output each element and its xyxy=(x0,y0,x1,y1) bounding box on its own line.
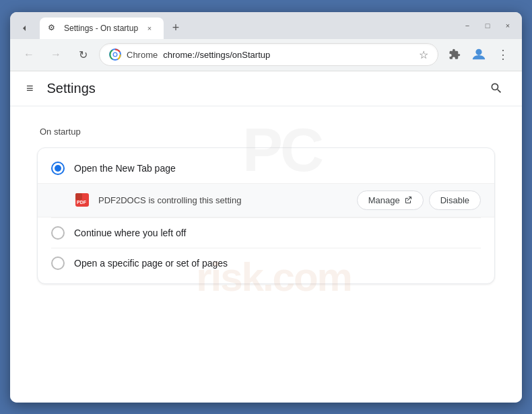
chrome-label: Chrome xyxy=(127,50,158,60)
radio-new-tab-inner xyxy=(55,165,61,172)
content-area: ≡ Settings PC risk.com On startup Open t… xyxy=(10,71,522,403)
back-button[interactable]: ← xyxy=(18,44,40,65)
svg-point-2 xyxy=(475,49,481,55)
browser-window: ⚙ Settings - On startup × + − □ × ← → ↻ xyxy=(10,12,522,403)
settings-header: ≡ Settings xyxy=(10,71,522,106)
title-bar: ⚙ Settings - On startup × + − □ × xyxy=(10,12,522,39)
nav-bar: ← → ↻ Chrome chrome://settings/onStartup… xyxy=(10,39,522,71)
tab-close-button[interactable]: × xyxy=(143,22,156,34)
new-tab-button[interactable]: + xyxy=(166,19,185,38)
sidebar-menu-icon[interactable]: ≡ xyxy=(24,79,36,98)
minimize-button[interactable]: − xyxy=(459,17,476,34)
radio-specific-page[interactable] xyxy=(51,256,65,270)
option-continue-label: Continue where you left off xyxy=(74,228,186,238)
svg-rect-4 xyxy=(75,193,82,200)
option-new-tab-row[interactable]: Open the New Tab page xyxy=(38,153,494,183)
radio-continue[interactable] xyxy=(51,226,65,240)
option-specific-page-label: Open a specific page or set of pages xyxy=(74,258,228,269)
external-link-icon xyxy=(404,196,412,204)
option-specific-page-row[interactable]: Open a specific page or set of pages xyxy=(38,248,494,278)
option-continue-row[interactable]: Continue where you left off xyxy=(38,218,494,248)
manage-button[interactable]: Manage xyxy=(357,191,424,210)
radio-new-tab[interactable] xyxy=(51,162,65,175)
extension-actions: Manage Disable xyxy=(357,191,481,210)
window-controls: − □ × xyxy=(453,12,517,39)
option-new-tab-label: Open the New Tab page xyxy=(74,163,176,174)
maximize-button[interactable]: □ xyxy=(479,17,496,34)
bookmark-icon[interactable]: ☆ xyxy=(419,48,428,61)
active-tab[interactable]: ⚙ Settings - On startup × xyxy=(40,18,164,39)
tab-favicon: ⚙ xyxy=(48,23,59,34)
svg-text:PDF: PDF xyxy=(77,200,87,205)
options-card: Open the New Tab page PDF PDF2DOCS is co… xyxy=(37,147,495,284)
page-title: Settings xyxy=(47,81,96,96)
chrome-logo-icon xyxy=(109,48,121,61)
tab-title: Settings - On startup xyxy=(64,24,138,33)
chrome-menu-button[interactable]: ⋮ xyxy=(492,44,514,65)
extension-message: PDF2DOCS is controlling this setting xyxy=(98,195,349,205)
close-button[interactable]: × xyxy=(499,17,517,34)
reload-button[interactable]: ↻ xyxy=(72,44,94,65)
nav-actions: ⋮ xyxy=(444,44,514,65)
settings-content: PC risk.com On startup Open the New Tab … xyxy=(10,106,522,304)
pdf2docs-icon: PDF xyxy=(74,192,90,208)
address-bar[interactable]: Chrome chrome://settings/onStartup ☆ xyxy=(99,43,438,66)
address-text[interactable]: chrome://settings/onStartup xyxy=(163,50,413,60)
section-label: On startup xyxy=(37,127,495,137)
svg-point-1 xyxy=(114,53,117,56)
extensions-button[interactable] xyxy=(444,44,465,65)
search-button[interactable] xyxy=(484,76,508,100)
profile-button[interactable] xyxy=(468,44,490,65)
forward-button[interactable]: → xyxy=(45,44,67,65)
tab-area: ⚙ Settings - On startup × + xyxy=(15,12,453,39)
disable-button[interactable]: Disable xyxy=(429,191,481,210)
extension-row: PDF PDF2DOCS is controlling this setting… xyxy=(38,183,494,217)
tab-list-back-btn[interactable] xyxy=(15,19,34,38)
